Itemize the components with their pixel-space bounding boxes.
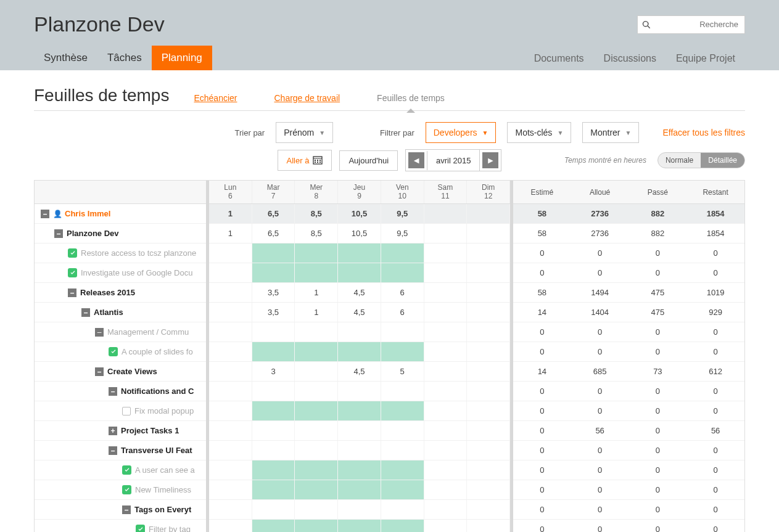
collapse-icon[interactable] — [81, 308, 90, 317]
day-cell[interactable] — [209, 263, 252, 282]
day-cell[interactable] — [424, 322, 468, 342]
day-cell[interactable] — [252, 421, 295, 440]
day-cell[interactable] — [424, 421, 468, 440]
day-cell[interactable]: 4,5 — [338, 362, 381, 381]
goto-button[interactable]: Aller à — [278, 150, 332, 170]
day-cell[interactable] — [252, 500, 295, 519]
day-cell[interactable] — [209, 401, 252, 420]
collapse-icon[interactable] — [95, 367, 104, 376]
day-cell[interactable] — [295, 520, 338, 532]
day-cell[interactable] — [295, 480, 338, 499]
tree-row[interactable]: Create Views — [35, 362, 206, 382]
tree-row[interactable]: Planzone Dev — [35, 224, 206, 243]
day-cell[interactable] — [209, 480, 252, 499]
collapse-icon[interactable] — [95, 328, 104, 337]
tree-row[interactable]: A couple of slides fo — [35, 342, 206, 362]
day-cell[interactable] — [424, 460, 468, 480]
day-cell[interactable] — [252, 441, 295, 460]
day-cell[interactable]: 8,5 — [295, 224, 338, 243]
day-cell[interactable] — [467, 460, 510, 480]
day-cell[interactable] — [209, 441, 252, 460]
day-cell[interactable]: 3 — [252, 362, 295, 381]
expand-icon[interactable] — [109, 427, 117, 435]
day-cell[interactable] — [295, 441, 338, 460]
day-cell[interactable] — [424, 401, 468, 420]
day-cell[interactable] — [209, 243, 252, 263]
day-cell[interactable] — [467, 204, 510, 223]
day-cell[interactable] — [381, 421, 424, 440]
day-cell[interactable] — [424, 243, 468, 263]
day-cell[interactable] — [295, 342, 338, 361]
tree-row[interactable]: Project Tasks 1 — [35, 421, 206, 441]
day-cell[interactable] — [295, 322, 338, 342]
day-cell[interactable] — [209, 283, 252, 302]
collapse-icon[interactable] — [68, 289, 76, 297]
day-cell[interactable] — [467, 342, 510, 361]
day-cell[interactable] — [338, 441, 381, 460]
nav-tab[interactable]: Synthèse — [34, 46, 97, 70]
day-cell[interactable] — [467, 480, 510, 499]
day-cell[interactable] — [467, 520, 510, 532]
tree-row[interactable]: Tags on Everyt — [35, 500, 206, 520]
day-cell[interactable] — [338, 382, 381, 401]
view-detail-button[interactable]: Détaillée — [701, 153, 744, 168]
nav-tab[interactable]: Documents — [524, 47, 594, 70]
tree-row[interactable]: 👤Chris Immel — [35, 204, 206, 224]
day-cell[interactable] — [209, 460, 252, 480]
day-cell[interactable] — [209, 342, 252, 361]
day-cell[interactable]: 6 — [381, 303, 424, 322]
day-cell[interactable] — [467, 303, 510, 322]
day-cell[interactable] — [424, 362, 468, 381]
day-cell[interactable] — [338, 421, 381, 440]
day-cell[interactable] — [424, 303, 468, 322]
tree-row[interactable]: Atlantis — [35, 303, 206, 322]
day-cell[interactable] — [209, 322, 252, 342]
tree-row[interactable]: Fix modal popup — [35, 401, 206, 421]
tree-row[interactable]: Management / Commu — [35, 322, 206, 342]
day-cell[interactable]: 3,5 — [252, 303, 295, 322]
day-cell[interactable] — [424, 224, 468, 243]
day-cell[interactable] — [424, 382, 468, 401]
day-cell[interactable] — [338, 322, 381, 342]
sort-select[interactable]: Prénom ▼ — [276, 122, 333, 143]
day-cell[interactable] — [381, 342, 424, 361]
day-cell[interactable] — [209, 303, 252, 322]
day-cell[interactable] — [295, 421, 338, 440]
checkbox-empty-icon[interactable] — [122, 407, 131, 415]
day-cell[interactable] — [338, 263, 381, 282]
day-cell[interactable] — [467, 243, 510, 263]
day-cell[interactable]: 1 — [209, 204, 252, 223]
day-cell[interactable]: 3,5 — [252, 283, 295, 302]
tree-row[interactable]: Releases 2015 — [35, 283, 206, 303]
subtab[interactable]: Feuilles de temps — [377, 93, 445, 103]
day-cell[interactable] — [295, 243, 338, 263]
day-cell[interactable] — [295, 263, 338, 282]
day-cell[interactable] — [252, 460, 295, 480]
day-cell[interactable]: 4,5 — [338, 303, 381, 322]
day-cell[interactable]: 6,5 — [252, 224, 295, 243]
day-cell[interactable] — [424, 263, 468, 282]
tree-row[interactable]: Investigate use of Google Docu — [35, 263, 206, 283]
day-cell[interactable] — [252, 520, 295, 532]
day-cell[interactable]: 1 — [295, 283, 338, 302]
day-cell[interactable] — [252, 322, 295, 342]
next-period-button[interactable]: ► — [479, 150, 501, 171]
nav-tab[interactable]: Discussions — [594, 47, 666, 70]
day-cell[interactable]: 8,5 — [295, 204, 338, 223]
day-cell[interactable] — [252, 382, 295, 401]
day-cell[interactable]: 9,5 — [381, 224, 424, 243]
day-cell[interactable] — [467, 224, 510, 243]
day-cell[interactable]: 9,5 — [381, 204, 424, 223]
day-cell[interactable] — [424, 342, 468, 361]
filter-select[interactable]: Developers ▼ — [426, 122, 497, 143]
day-cell[interactable] — [381, 460, 424, 480]
day-cell[interactable] — [424, 204, 468, 223]
day-cell[interactable] — [252, 480, 295, 499]
day-cell[interactable] — [467, 322, 510, 342]
nav-tab[interactable]: Tâches — [97, 46, 152, 70]
collapse-icon[interactable] — [122, 505, 131, 514]
day-cell[interactable] — [338, 243, 381, 263]
view-normal-button[interactable]: Normale — [658, 153, 701, 168]
day-cell[interactable] — [467, 401, 510, 420]
tree-row[interactable]: New Timeliness — [35, 480, 206, 500]
